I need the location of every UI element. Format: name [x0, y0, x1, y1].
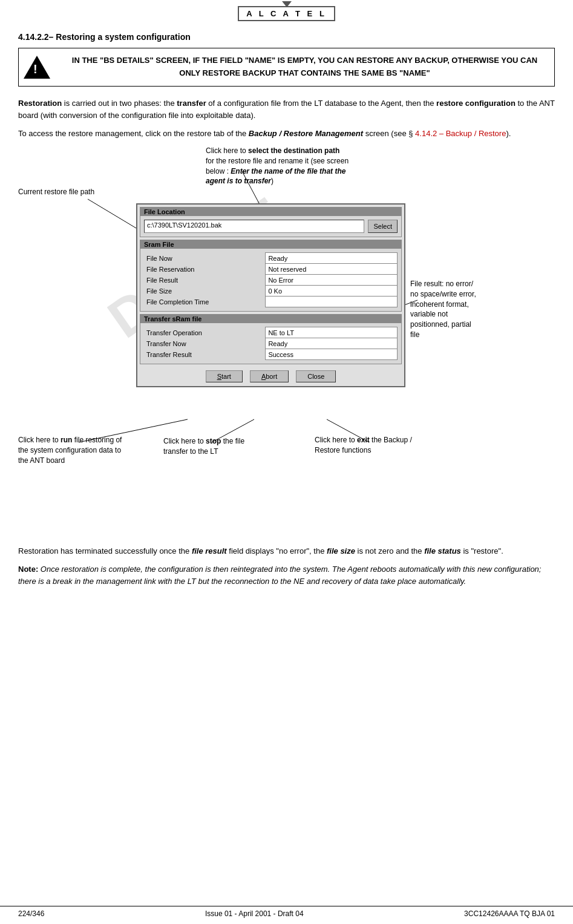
file-location-row: c:\7390LT\SV120201.bak Select [144, 220, 398, 233]
logo-text: A L C A T E L [246, 9, 327, 18]
select-button[interactable]: Select [368, 220, 398, 233]
sram-label-3: File Size [144, 286, 266, 297]
logo-box: A L C A T E L [238, 6, 335, 21]
sram-value-3: 0 Ko [266, 286, 398, 297]
abort-button[interactable]: Abort [250, 370, 289, 382]
sram-label-4: File Completion Time [144, 297, 266, 307]
body-paragraph-2: To access the restore management, click … [18, 128, 555, 140]
table-row: File Completion Time [144, 297, 398, 307]
table-row: File Now Ready [144, 253, 398, 264]
header-logo: A L C A T E L [18, 6, 555, 21]
callout-close: Click here to exit the Backup / Restore … [315, 435, 417, 456]
transfer-sram-title: Transfer sRam file [140, 315, 401, 323]
sram-value-2: No Error [266, 275, 398, 286]
sram-label-1: File Reservation [144, 264, 266, 275]
sram-file-section: Sram File File Now Ready File Reservatio… [140, 240, 402, 312]
file-location-content: c:\7390LT\SV120201.bak Select [140, 216, 401, 237]
table-row: File Result No Error [144, 275, 398, 286]
file-location-title: File Location [140, 208, 401, 216]
file-location-section: File Location c:\7390LT\SV120201.bak Sel… [140, 207, 402, 237]
warning-text: IN THE "BS DETAILS" SCREEN, IF THE FIELD… [55, 48, 554, 86]
sram-label-2: File Result [144, 275, 266, 286]
sram-value-4 [266, 297, 398, 307]
warning-icon-cell [19, 50, 55, 85]
callout-start: Click here to run file restoring of the … [18, 435, 127, 465]
footer-issue: Issue 01 - April 2001 - Draft 04 [205, 909, 304, 918]
sram-file-title: Sram File [140, 240, 401, 249]
close-button[interactable]: Close [296, 370, 336, 382]
footer: 224/346 Issue 01 - April 2001 - Draft 04… [0, 906, 573, 918]
table-row: File Reservation Not reserved [144, 264, 398, 275]
callout-select-dest: Click here to select the destination pat… [206, 146, 363, 186]
transfer-value-0: NE to LT [266, 327, 398, 338]
file-path-input[interactable]: c:\7390LT\SV120201.bak [144, 220, 364, 233]
restoration-result-text: Restoration has terminated successfully … [18, 545, 555, 557]
table-row: Transfer Now Ready [144, 338, 398, 349]
transfer-sram-section: Transfer sRam file Transfer Operation NE… [140, 314, 402, 364]
start-button[interactable]: Start [206, 370, 243, 382]
body-paragraph-1: Restoration is carried out in two phases… [18, 97, 555, 122]
backup-restore-link[interactable]: 4.14.2 – Backup / Restore [415, 129, 506, 138]
note-label: Note: [18, 565, 38, 574]
footer-page: 224/346 [18, 909, 44, 918]
sram-value-1: Not reserved [266, 264, 398, 275]
warning-triangle-icon [24, 56, 50, 79]
table-row: Transfer Result Success [144, 349, 398, 360]
section-heading: 4.14.2.2– Restoring a system configurati… [18, 32, 555, 42]
sram-file-content: File Now Ready File Reservation Not rese… [140, 249, 401, 311]
table-row: File Size 0 Ko [144, 286, 398, 297]
table-row: Transfer Operation NE to LT [144, 327, 398, 338]
file-location-dialog: File Location c:\7390LT\SV120201.bak Sel… [136, 203, 405, 387]
transfer-label-1: Transfer Now [144, 338, 266, 349]
transfer-sram-content: Transfer Operation NE to LT Transfer Now… [140, 323, 401, 364]
transfer-label-0: Transfer Operation [144, 327, 266, 338]
sram-label-0: File Now [144, 253, 266, 264]
dialog-buttons: Start Abort Close [137, 367, 404, 386]
note-text: Note: Once restoration is complete, the … [18, 563, 555, 588]
logo-arrow-icon [282, 1, 292, 7]
callout-file-result: File result: no error/ no space/write er… [410, 279, 537, 340]
diagram-area: DRAFT Current restore file path Click he… [18, 146, 555, 533]
callout-current-path: Current restore file path [18, 187, 109, 197]
footer-ref: 3CC12426AAAA TQ BJA 01 [464, 909, 555, 918]
sram-value-0: Ready [266, 253, 398, 264]
transfer-value-1: Ready [266, 338, 398, 349]
transfer-value-2: Success [266, 349, 398, 360]
callout-abort: Click here to stop the file transfer to … [163, 436, 266, 457]
warning-box: IN THE "BS DETAILS" SCREEN, IF THE FIELD… [18, 48, 555, 87]
transfer-label-2: Transfer Result [144, 349, 266, 360]
transfer-table: Transfer Operation NE to LT Transfer Now… [144, 327, 398, 360]
sram-table: File Now Ready File Reservation Not rese… [144, 252, 398, 307]
